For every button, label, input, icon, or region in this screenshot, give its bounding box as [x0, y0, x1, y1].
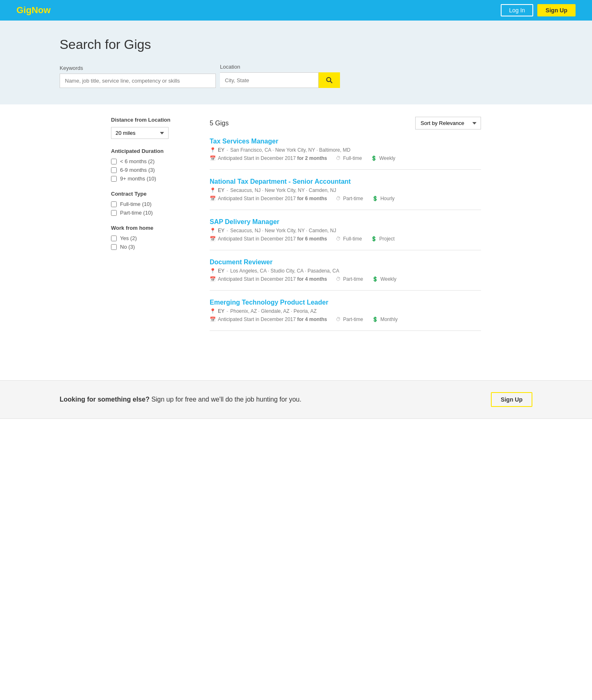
location-pin-icon: 📍 — [210, 268, 216, 274]
location-pin-icon: 📍 — [210, 228, 216, 233]
location-pin-icon: 📍 — [210, 147, 216, 153]
checkbox-label: 9+ months (10) — [120, 176, 156, 182]
gig-location-row: 📍 EY - Secaucus, NJ · New York City, NY … — [210, 187, 481, 193]
gig-start-info: 📅 Anticipated Start in December 2017 for… — [210, 236, 327, 242]
checkbox-input[interactable] — [111, 176, 117, 182]
footer-banner-text: Looking for something else? Sign up for … — [60, 396, 301, 403]
gig-contract-info: ⏱ Full-time — [336, 155, 362, 161]
navigation: GigNow Log In Sign Up — [0, 0, 592, 21]
svg-point-0 — [327, 78, 331, 82]
location-input[interactable] — [220, 72, 319, 88]
gig-pay-schedule: Weekly — [379, 155, 395, 161]
gig-locations: Phoenix, AZ · Glendale, AZ · Peoria, AZ — [230, 308, 317, 314]
gig-title[interactable]: SAP Delivery Manager — [210, 218, 481, 226]
checkbox-label: Full-time (10) — [120, 201, 152, 207]
signup-button[interactable]: Sign Up — [537, 4, 576, 16]
gig-pay-schedule: Project — [379, 236, 394, 242]
gig-pay-info: 💲 Weekly — [372, 276, 396, 282]
checkbox-label: < 6 months (2) — [120, 158, 155, 164]
contract-label: Contract Type — [111, 191, 193, 197]
footer-signup-button[interactable]: Sign Up — [491, 392, 532, 407]
checkbox-item[interactable]: No (3) — [111, 244, 193, 250]
checkbox-item[interactable]: < 6 months (2) — [111, 158, 193, 164]
pay-icon: 💲 — [372, 196, 378, 201]
checkbox-input[interactable] — [111, 167, 117, 173]
checkbox-input[interactable] — [111, 236, 117, 241]
page-title: Search for Gigs — [60, 37, 532, 52]
footer-main-text: Looking for something else? — [60, 396, 150, 403]
logo: GigNow — [16, 5, 51, 16]
checkbox-label: Yes (2) — [120, 235, 137, 241]
calendar-icon: 📅 — [210, 196, 216, 201]
gig-contract-type: Part-time — [343, 276, 363, 282]
gig-company: EY — [218, 308, 224, 314]
results-section: 5 Gigs Sort by RelevanceSort by DateSort… — [210, 117, 481, 331]
keywords-input[interactable] — [60, 74, 216, 88]
location-group: Location — [220, 64, 340, 88]
clock-icon: ⏱ — [336, 236, 341, 242]
gig-start: Anticipated Start in December 2017 for 2… — [218, 155, 327, 161]
distance-select[interactable]: 5 miles10 miles20 miles50 miles100 miles — [111, 127, 169, 139]
checkbox-label: 6-9 months (3) — [120, 167, 155, 173]
gig-card: Tax Services Manager 📍 EY - San Francisc… — [210, 138, 481, 170]
checkbox-item[interactable]: Yes (2) — [111, 235, 193, 241]
clock-icon: ⏱ — [336, 155, 341, 161]
calendar-icon: 📅 — [210, 236, 216, 242]
gig-start-info: 📅 Anticipated Start in December 2017 for… — [210, 317, 327, 322]
login-button[interactable]: Log In — [501, 4, 533, 16]
clock-icon: ⏱ — [336, 196, 341, 201]
gig-start: Anticipated Start in December 2017 for 6… — [218, 196, 327, 201]
checkbox-item[interactable]: Full-time (10) — [111, 201, 193, 207]
gig-start: Anticipated Start in December 2017 for 4… — [218, 276, 327, 282]
gig-title[interactable]: Emerging Technology Product Leader — [210, 299, 481, 306]
pay-icon: 💲 — [371, 155, 377, 161]
wfh-label: Work from home — [111, 225, 193, 231]
results-header: 5 Gigs Sort by RelevanceSort by DateSort… — [210, 117, 481, 129]
sort-select[interactable]: Sort by RelevanceSort by DateSort by Tit… — [415, 117, 481, 129]
checkbox-item[interactable]: Part-time (10) — [111, 210, 193, 216]
gig-location-row: 📍 EY - Los Angeles, CA · Studio City, CA… — [210, 268, 481, 274]
gig-company: EY — [218, 147, 224, 153]
location-pin-icon: 📍 — [210, 187, 216, 193]
contract-checkboxes: Full-time (10)Part-time (10) — [111, 201, 193, 216]
gig-pay-info: 💲 Project — [371, 236, 394, 242]
gig-title[interactable]: Tax Services Manager — [210, 138, 481, 145]
gig-pay-schedule: Weekly — [380, 276, 396, 282]
gig-start: Anticipated Start in December 2017 for 4… — [218, 317, 327, 322]
gig-start-info: 📅 Anticipated Start in December 2017 for… — [210, 155, 327, 161]
contract-section: Contract Type Full-time (10)Part-time (1… — [111, 191, 193, 216]
checkbox-item[interactable]: 9+ months (10) — [111, 176, 193, 182]
checkbox-input[interactable] — [111, 201, 117, 207]
gig-start-info: 📅 Anticipated Start in December 2017 for… — [210, 196, 327, 201]
gig-company: EY — [218, 187, 224, 193]
duration-section: Anticipated Duration < 6 months (2)6-9 m… — [111, 148, 193, 182]
gig-locations: Los Angeles, CA · Studio City, CA · Pasa… — [230, 268, 339, 274]
search-button[interactable] — [319, 72, 340, 88]
logo-now: Now — [32, 5, 51, 15]
gig-meta-row: 📅 Anticipated Start in December 2017 for… — [210, 196, 481, 201]
main-content: Distance from Location 5 miles10 miles20… — [111, 104, 481, 356]
gig-company: EY — [218, 228, 224, 233]
nav-buttons: Log In Sign Up — [501, 4, 576, 16]
gig-title[interactable]: National Tax Department - Senior Account… — [210, 178, 481, 185]
logo-gig: Gig — [16, 5, 32, 15]
pay-icon: 💲 — [372, 276, 378, 282]
wfh-checkboxes: Yes (2)No (3) — [111, 235, 193, 250]
checkbox-input[interactable] — [111, 244, 117, 250]
checkbox-input[interactable] — [111, 159, 117, 164]
location-label: Location — [220, 64, 340, 70]
gig-card: Document Reviewer 📍 EY - Los Angeles, CA… — [210, 250, 481, 291]
gig-title[interactable]: Document Reviewer — [210, 259, 481, 266]
gig-location-row: 📍 EY - Phoenix, AZ · Glendale, AZ · Peor… — [210, 308, 481, 314]
gig-contract-type: Full-time — [343, 236, 362, 242]
gig-card: National Tax Department - Senior Account… — [210, 170, 481, 210]
gig-card: Emerging Technology Product Leader 📍 EY … — [210, 291, 481, 331]
checkbox-input[interactable] — [111, 210, 117, 216]
checkbox-item[interactable]: 6-9 months (3) — [111, 167, 193, 173]
keywords-group: Keywords — [60, 65, 216, 88]
checkbox-label: Part-time (10) — [120, 210, 153, 216]
distance-label: Distance from Location — [111, 117, 193, 123]
gig-list: Tax Services Manager 📍 EY - San Francisc… — [210, 138, 481, 331]
gig-start-info: 📅 Anticipated Start in December 2017 for… — [210, 276, 327, 282]
gig-contract-type: Part-time — [343, 196, 363, 201]
